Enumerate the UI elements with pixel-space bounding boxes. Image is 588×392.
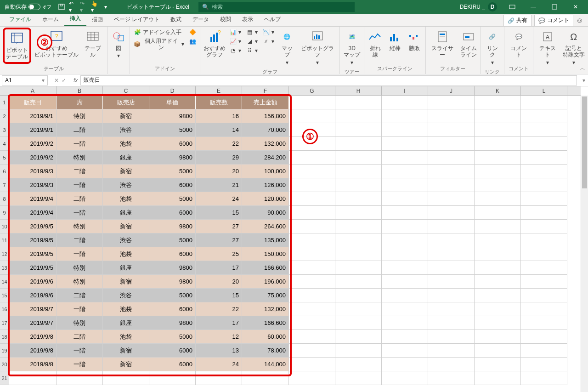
table-cell[interactable]: 6000	[149, 358, 196, 371]
table-cell[interactable]: 2019/9/5	[9, 233, 57, 247]
table-cell[interactable]: 2019/9/4	[9, 192, 57, 206]
table-header[interactable]: 単価	[149, 96, 196, 109]
table-cell[interactable]: 一階	[57, 178, 103, 192]
table-cell[interactable]: 2019/9/5	[9, 247, 57, 261]
table-cell[interactable]: 池袋	[103, 302, 149, 316]
table-header[interactable]: 販売店	[103, 96, 149, 109]
user-account[interactable]: DEKIRU _ D	[455, 2, 502, 11]
table-cell[interactable]: 2019/9/4	[9, 206, 57, 220]
table-cell[interactable]: 2019/9/3	[9, 178, 57, 192]
row-header[interactable]: 19	[0, 344, 9, 358]
table-cell[interactable]: 二階	[57, 123, 103, 137]
table-cell[interactable]: 2019/9/2	[9, 137, 57, 151]
row-header[interactable]: 4	[0, 137, 9, 151]
save-icon[interactable]	[58, 3, 65, 11]
my-addins-button[interactable]: 📦個人用アドイン▾	[132, 37, 186, 52]
table-cell[interactable]: 15	[196, 206, 242, 220]
tab-home[interactable]: ホーム	[37, 13, 64, 26]
cells[interactable]: 販売日席販売店単価販売数売上金額2019/9/1特別新宿980016156,80…	[9, 96, 581, 385]
fx-icon[interactable]: fx	[71, 77, 80, 84]
table-cell[interactable]: 17	[196, 316, 242, 330]
table-cell[interactable]: 二階	[57, 330, 103, 344]
table-cell[interactable]: 132,000	[242, 137, 289, 151]
row-header[interactable]: 10	[0, 220, 9, 233]
table-cell[interactable]: 9800	[149, 261, 196, 275]
row-header[interactable]: 11	[0, 233, 9, 247]
table-cell[interactable]: 9800	[149, 316, 196, 330]
table-cell[interactable]: 5000	[149, 123, 196, 137]
table-cell[interactable]: 一階	[57, 137, 103, 151]
table-cell[interactable]: 渋谷	[103, 123, 149, 137]
table-cell[interactable]: 22	[196, 137, 242, 151]
autosave-toggle[interactable]: 自動保存 オフ	[2, 3, 54, 11]
table-cell[interactable]: 銀座	[103, 261, 149, 275]
bing-maps-button[interactable]: 🔶	[187, 28, 198, 37]
maximize-icon[interactable]	[544, 0, 565, 14]
table-cell[interactable]: 75,000	[242, 289, 289, 302]
table-cell[interactable]: 新宿	[103, 109, 149, 123]
table-cell[interactable]: 14	[196, 123, 242, 137]
table-cell[interactable]: 一階	[57, 247, 103, 261]
table-cell[interactable]: 新宿	[103, 344, 149, 358]
table-cell[interactable]: 135,000	[242, 233, 289, 247]
table-cell[interactable]: 166,600	[242, 316, 289, 330]
col-header-I[interactable]: I	[382, 86, 428, 95]
table-cell[interactable]: 25	[196, 247, 242, 261]
sparkline-line-button[interactable]: 折れ線	[366, 28, 384, 60]
stock-chart-button[interactable]: 📉▾	[260, 28, 276, 37]
vertical-scrollbar[interactable]	[581, 96, 588, 392]
table-cell[interactable]: 渋谷	[103, 178, 149, 192]
area-chart-button[interactable]: ◢▾	[244, 37, 260, 46]
close-icon[interactable]: ✕	[565, 0, 586, 14]
formula-bar[interactable]: 販売日	[80, 75, 577, 85]
table-cell[interactable]: 新宿	[103, 275, 149, 289]
table-cell[interactable]: 2019/9/1	[9, 123, 57, 137]
scatter-chart-button[interactable]: ⠿▾	[244, 46, 260, 55]
table-cell[interactable]: 2019/9/5	[9, 220, 57, 233]
feedback-icon[interactable]: ☺	[576, 17, 583, 25]
table-cell[interactable]: 特別	[57, 220, 103, 233]
touch-icon[interactable]: 👆▾	[91, 3, 98, 11]
table-cell[interactable]: 2019/9/8	[9, 358, 57, 371]
table-cell[interactable]: 126,000	[242, 178, 289, 192]
undo-icon[interactable]: ↶ ▾	[69, 3, 76, 11]
col-header-D[interactable]: D	[149, 86, 196, 95]
bar-chart-button[interactable]: ▤▾	[244, 28, 260, 37]
3d-map-button[interactable]: 🗺️3D マップ▾	[342, 28, 362, 68]
table-cell[interactable]: 27	[196, 220, 242, 233]
table-cell[interactable]: 5000	[149, 330, 196, 344]
row-header[interactable]: 9	[0, 206, 9, 220]
table-cell[interactable]: 2019/9/7	[9, 302, 57, 316]
tab-view[interactable]: 表示	[237, 13, 259, 26]
table-cell[interactable]: 2019/9/6	[9, 289, 57, 302]
table-cell[interactable]: 24	[196, 192, 242, 206]
table-cell[interactable]: 29	[196, 151, 242, 165]
col-header-H[interactable]: H	[335, 86, 382, 95]
table-cell[interactable]: 2019/9/6	[9, 275, 57, 289]
table-cell[interactable]: 166,600	[242, 261, 289, 275]
table-cell[interactable]: 6000	[149, 178, 196, 192]
comments-button[interactable]: 💬コメント	[534, 15, 573, 26]
table-cell[interactable]: 池袋	[103, 330, 149, 344]
table-cell[interactable]: 21	[196, 178, 242, 192]
select-all-corner[interactable]	[0, 86, 9, 95]
col-header-E[interactable]: E	[196, 86, 242, 95]
rec-charts-button[interactable]: ?おすすめ グラフ	[202, 28, 226, 60]
table-cell[interactable]: 2019/9/2	[9, 151, 57, 165]
tab-help[interactable]: ヘルプ	[259, 13, 286, 26]
tab-layout[interactable]: ページ レイアウト	[108, 13, 165, 26]
table-cell[interactable]: 一階	[57, 344, 103, 358]
table-cell[interactable]: 5000	[149, 165, 196, 178]
combo-chart-button[interactable]: ⫽▾	[260, 37, 276, 46]
col-header-J[interactable]: J	[428, 86, 475, 95]
col-header-C[interactable]: C	[103, 86, 149, 95]
illustrations-button[interactable]: 図▾	[109, 28, 128, 61]
table-cell[interactable]: 2019/9/1	[9, 109, 57, 123]
table-cell[interactable]: 150,000	[242, 247, 289, 261]
sparkline-column-button[interactable]: 縦棒	[386, 28, 404, 53]
table-cell[interactable]: 9800	[149, 275, 196, 289]
table-cell[interactable]: 2019/9/7	[9, 316, 57, 330]
table-cell[interactable]: 特別	[57, 261, 103, 275]
table-cell[interactable]: 120,000	[242, 192, 289, 206]
people-graph-button[interactable]: 👥	[187, 37, 198, 46]
